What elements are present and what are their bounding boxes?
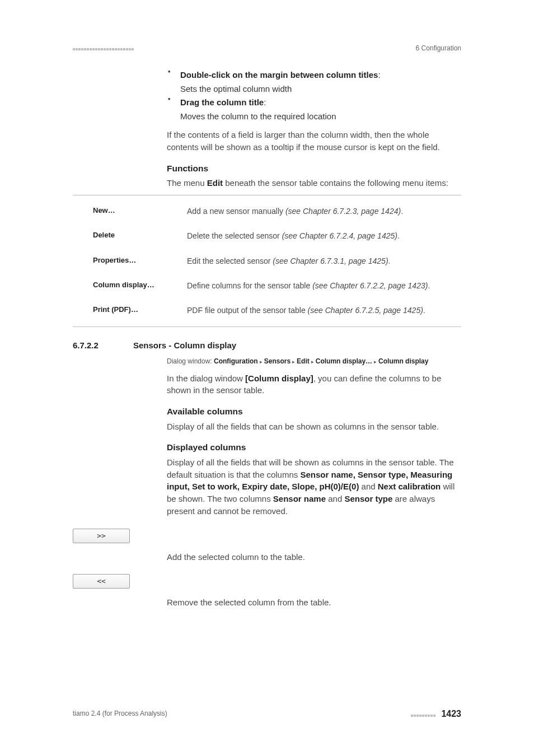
bullet-title: Double-click on the margin between colum… bbox=[180, 70, 378, 80]
menu-item-properties: Properties… bbox=[93, 255, 187, 267]
bullet-desc: Sets the optimal column width bbox=[180, 83, 461, 95]
menu-item-print-pdf: Print (PDF)… bbox=[93, 305, 187, 316]
menu-desc: Delete the selected sensor (see Chapter … bbox=[187, 230, 461, 241]
section-heading: 6.7.2.2 Sensors - Column display bbox=[73, 339, 461, 352]
menu-item-column-display: Column display… bbox=[93, 280, 187, 291]
chapter-label: 6 Configuration bbox=[416, 44, 461, 53]
menu-item-delete: Delete bbox=[93, 230, 187, 241]
table-row: Column display… Define columns for the s… bbox=[73, 273, 461, 298]
section-intro: In the dialog window [Column display], y… bbox=[167, 372, 461, 397]
dialog-path: Dialog window: Configuration▸Sensors▸Edi… bbox=[167, 357, 461, 366]
remove-column-desc: Remove the selected column from the tabl… bbox=[167, 596, 461, 609]
displayed-columns-desc: Display of all the fields that will be s… bbox=[167, 456, 461, 517]
bullet-desc: Moves the column to the required locatio… bbox=[180, 110, 461, 123]
table-row: Print (PDF)… PDF file output of the sens… bbox=[73, 298, 461, 323]
table-row: New… Add a new sensor manually (see Chap… bbox=[73, 199, 461, 223]
menu-item-new: New… bbox=[93, 206, 187, 217]
section-title: Sensors - Column display bbox=[133, 339, 236, 352]
add-column-desc: Add the selected column to the table. bbox=[167, 551, 461, 563]
page-number: 1423 bbox=[441, 709, 461, 718]
page-footer: tiamo 2.4 (for Process Analysis) 1423 bbox=[73, 707, 461, 720]
section-number: 6.7.2.2 bbox=[73, 339, 133, 352]
page-header: 6 Configuration bbox=[73, 44, 461, 53]
menu-desc: Edit the selected sensor (see Chapter 6.… bbox=[187, 255, 461, 267]
column-tips-list: Double-click on the margin between colum… bbox=[167, 69, 461, 122]
functions-heading: Functions bbox=[167, 162, 461, 175]
table-row: Properties… Edit the selected sensor (se… bbox=[73, 249, 461, 273]
header-dots-decor bbox=[73, 44, 134, 53]
remove-column-button[interactable]: << bbox=[73, 574, 130, 589]
bullet-title: Drag the column title bbox=[180, 97, 264, 107]
menu-desc: Add a new sensor manually (see Chapter 6… bbox=[187, 206, 461, 217]
table-row: Delete Delete the selected sensor (see C… bbox=[73, 223, 461, 248]
displayed-columns-heading: Displayed columns bbox=[167, 441, 461, 454]
footer-dots-decor bbox=[411, 711, 438, 718]
edit-menu-table: New… Add a new sensor manually (see Chap… bbox=[73, 195, 461, 326]
list-item: Double-click on the margin between colum… bbox=[167, 69, 461, 95]
available-columns-desc: Display of all the fields that can be sh… bbox=[167, 421, 461, 433]
functions-intro: The menu Edit beneath the sensor table c… bbox=[167, 177, 461, 189]
menu-desc: PDF file output of the sensor table (see… bbox=[187, 305, 461, 316]
list-item: Drag the column title: Moves the column … bbox=[167, 96, 461, 123]
available-columns-heading: Available columns bbox=[167, 405, 461, 418]
tooltip-para: If the contents of a field is larger tha… bbox=[167, 129, 461, 153]
product-label: tiamo 2.4 (for Process Analysis) bbox=[73, 709, 167, 718]
menu-desc: Define columns for the sensor table (see… bbox=[187, 280, 461, 291]
add-column-button[interactable]: >> bbox=[73, 529, 130, 543]
